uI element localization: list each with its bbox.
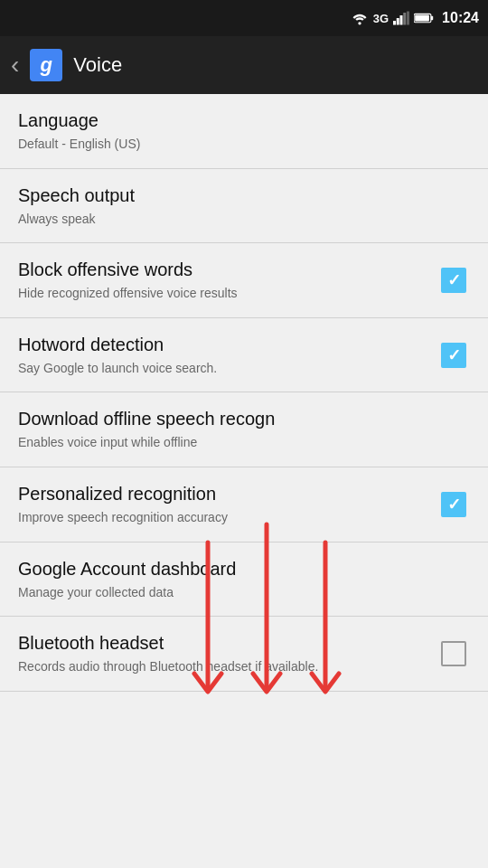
settings-item-title-block-offensive-words: Block offensive words [18,258,427,281]
svg-rect-5 [407,12,409,25]
svg-rect-4 [403,13,406,25]
settings-item-content-download-offline: Download offline speech recognEnables vo… [18,407,470,452]
status-icons: 3G 10:24 [351,10,479,26]
google-logo: g [30,49,62,81]
settings-item-content-speech-output: Speech outputAlways speak [18,184,470,229]
settings-item-language[interactable]: LanguageDefault - English (US) [0,94,488,169]
svg-rect-1 [393,21,396,25]
checkbox-bluetooth-headset[interactable] [437,637,470,670]
settings-item-block-offensive-words[interactable]: Block offensive wordsHide recognized off… [0,243,488,318]
svg-rect-8 [415,14,429,21]
svg-point-0 [358,22,361,24]
svg-rect-7 [431,16,433,21]
checkbox-indicator-hotword-detection [441,343,466,368]
wifi-icon [351,11,369,25]
checkbox-personalized-recognition[interactable] [437,488,470,521]
settings-item-title-download-offline: Download offline speech recogn [18,407,459,430]
settings-item-content-language: LanguageDefault - English (US) [18,108,470,154]
battery-icon [414,12,434,24]
settings-item-content-hotword-detection: Hotword detectionSay Google to launch vo… [18,333,437,378]
settings-item-title-google-account-dashboard: Google Account dashboard [18,557,459,580]
settings-item-speech-output[interactable]: Speech outputAlways speak [0,169,488,244]
settings-item-content-bluetooth-headset: Bluetooth headsetRecords audio through B… [18,631,437,676]
settings-item-content-personalized-recognition: Personalized recognitionImprove speech r… [18,482,437,527]
app-bar-title: Voice [73,53,122,77]
settings-item-content-block-offensive-words: Block offensive wordsHide recognized off… [18,258,437,303]
settings-item-bluetooth-headset[interactable]: Bluetooth headsetRecords audio through B… [0,617,488,692]
settings-item-title-hotword-detection: Hotword detection [18,333,427,356]
svg-rect-2 [397,18,399,25]
settings-item-subtitle-personalized-recognition: Improve speech recognition accuracy [18,509,427,527]
app-bar: ‹ g Voice [0,36,488,94]
settings-item-title-language: Language [18,108,459,132]
settings-item-subtitle-block-offensive-words: Hide recognized offensive voice results [18,285,427,303]
status-bar: 3G 10:24 [0,0,488,36]
settings-item-subtitle-language: Default - English (US) [18,136,459,154]
back-button[interactable]: ‹ [11,51,19,80]
checkbox-indicator-block-offensive-words [441,268,466,293]
settings-item-title-personalized-recognition: Personalized recognition [18,482,427,505]
settings-item-content-google-account-dashboard: Google Account dashboardManage your coll… [18,557,470,602]
settings-item-title-speech-output: Speech output [18,184,459,207]
settings-item-subtitle-bluetooth-headset: Records audio through Bluetooth headset … [18,658,427,676]
settings-item-title-bluetooth-headset: Bluetooth headset [18,631,427,655]
status-time: 10:24 [442,10,479,26]
settings-item-download-offline[interactable]: Download offline speech recognEnables vo… [0,392,488,467]
network-3g-icon: 3G [373,12,389,25]
settings-item-personalized-recognition[interactable]: Personalized recognitionImprove speech r… [0,467,488,542]
settings-item-subtitle-speech-output: Always speak [18,211,459,229]
settings-item-subtitle-google-account-dashboard: Manage your collected data [18,584,459,602]
settings-item-google-account-dashboard[interactable]: Google Account dashboardManage your coll… [0,542,488,618]
checkbox-indicator-personalized-recognition [441,492,466,517]
settings-list: LanguageDefault - English (US)Speech out… [0,94,488,868]
settings-item-subtitle-hotword-detection: Say Google to launch voice search. [18,360,427,378]
svg-rect-3 [400,15,403,25]
checkbox-hotword-detection[interactable] [437,339,470,372]
settings-item-subtitle-download-offline: Enables voice input while offline [18,434,459,452]
settings-item-hotword-detection[interactable]: Hotword detectionSay Google to launch vo… [0,318,488,393]
checkbox-indicator-bluetooth-headset [441,641,466,666]
signal-icon [393,11,409,25]
checkbox-block-offensive-words[interactable] [437,264,470,297]
